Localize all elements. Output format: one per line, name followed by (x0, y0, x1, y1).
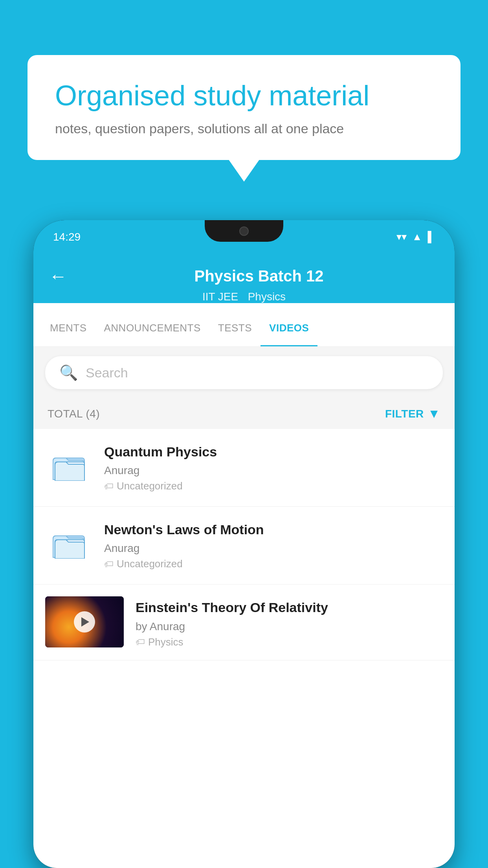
header-tag-iitjee: IIT JEE (202, 291, 238, 303)
signal-icon: ▲ (412, 231, 422, 243)
video-info-2: Newton's Laws of Motion Anurag 🏷 Uncateg… (104, 521, 443, 570)
video-thumbnail-3 (45, 596, 124, 647)
status-bar: 14:29 ▾▾ ▲ ▌ (33, 220, 455, 254)
video-tag-2: 🏷 Uncategorized (104, 558, 443, 570)
video-title-3: Einstein's Theory Of Relativity (136, 599, 443, 616)
front-camera (239, 226, 249, 236)
video-info-1: Quantum Physics Anurag 🏷 Uncategorized (104, 443, 443, 492)
bubble-subtitle: notes, question papers, solutions all at… (55, 121, 433, 136)
total-count: TOTAL (4) (48, 408, 100, 420)
folder-thumb-2 (45, 528, 92, 563)
search-icon: 🔍 (59, 364, 78, 381)
tag-icon-2: 🏷 (104, 559, 114, 570)
status-icons: ▾▾ ▲ ▌ (396, 231, 435, 243)
app-screen: ← Physics Batch 12 IIT JEE Physics MENTS… (33, 254, 455, 868)
video-title-2: Newton's Laws of Motion (104, 521, 443, 538)
speech-bubble: Organised study material notes, question… (28, 55, 460, 160)
phone-notch (205, 220, 283, 242)
status-time: 14:29 (53, 231, 81, 243)
tab-announcements[interactable]: ANNOUNCEMENTS (95, 311, 209, 346)
search-container: 🔍 Search (33, 347, 455, 399)
video-tag-text-1: Uncategorized (117, 480, 183, 492)
video-tag-1: 🏷 Uncategorized (104, 480, 443, 492)
video-item-2[interactable]: Newton's Laws of Motion Anurag 🏷 Uncateg… (33, 507, 455, 585)
phone-frame: 14:29 ▾▾ ▲ ▌ ← Physics Batch 12 IIT JEE … (33, 220, 455, 868)
video-title-1: Quantum Physics (104, 443, 443, 460)
tabs-bar: MENTS ANNOUNCEMENTS TESTS VIDEOS (33, 311, 455, 347)
tab-tests[interactable]: TESTS (209, 311, 261, 346)
header-top: ← Physics Batch 12 (49, 265, 439, 287)
video-info-3: Einstein's Theory Of Relativity by Anura… (136, 596, 443, 648)
filter-icon: ▼ (428, 406, 440, 421)
video-author-1: Anurag (104, 464, 443, 477)
video-tag-text-3: Physics (148, 636, 183, 648)
video-author-2: Anurag (104, 542, 443, 555)
back-button[interactable]: ← (49, 265, 67, 287)
video-item-3[interactable]: Einstein's Theory Of Relativity by Anura… (33, 585, 455, 660)
battery-icon: ▌ (428, 231, 435, 243)
play-icon (81, 617, 89, 627)
video-item-1[interactable]: Quantum Physics Anurag 🏷 Uncategorized (33, 429, 455, 507)
app-header: ← Physics Batch 12 IIT JEE Physics (33, 254, 455, 303)
filter-label: FILTER (385, 408, 424, 420)
header-tags: IIT JEE Physics (49, 291, 439, 303)
header-tag-physics: Physics (248, 291, 286, 303)
tab-ments[interactable]: MENTS (41, 311, 95, 346)
video-author-3: by Anurag (136, 620, 443, 633)
search-input[interactable]: Search (86, 365, 128, 381)
search-bar[interactable]: 🔍 Search (45, 356, 443, 389)
filter-row: TOTAL (4) FILTER ▼ (33, 399, 455, 429)
video-tag-text-2: Uncategorized (117, 558, 183, 570)
video-list: Quantum Physics Anurag 🏷 Uncategorized (33, 429, 455, 660)
play-button[interactable] (74, 611, 95, 633)
tag-icon-1: 🏷 (104, 481, 114, 492)
filter-button[interactable]: FILTER ▼ (385, 406, 440, 421)
wifi-icon: ▾▾ (396, 231, 407, 243)
bubble-title: Organised study material (55, 79, 433, 112)
speech-bubble-container: Organised study material notes, question… (28, 55, 460, 160)
tag-icon-3: 🏷 (136, 636, 145, 647)
video-tag-3: 🏷 Physics (136, 636, 443, 648)
folder-thumb-1 (45, 450, 92, 485)
tab-videos[interactable]: VIDEOS (261, 311, 317, 346)
header-title: Physics Batch 12 (79, 267, 439, 285)
